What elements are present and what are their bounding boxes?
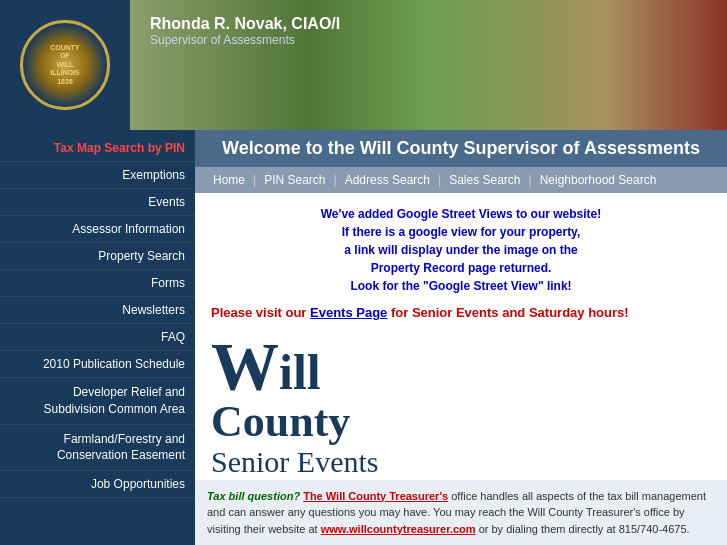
welcome-bar: Welcome to the Will County Supervisor of… xyxy=(195,130,727,167)
nav-bar: Home | PIN Search | Address Search | Sal… xyxy=(195,167,727,193)
sidebar-item-property-search[interactable]: Property Search xyxy=(0,243,195,270)
sidebar-item-tax-map[interactable]: Tax Map Search by PIN xyxy=(0,135,195,162)
google-line5: Look for the "Google Street View" link! xyxy=(211,277,711,295)
county-seal-container: COUNTY OF WILL ILLINOIS 1836 xyxy=(0,0,130,130)
sidebar-item-developer[interactable]: Developer Relief and Subdivision Common … xyxy=(0,378,195,425)
sidebar-item-forms[interactable]: Forms xyxy=(0,270,195,297)
logo-w-cap: W xyxy=(211,328,279,404)
senior-events-logo: Will County Senior Events xyxy=(211,332,711,480)
logo-line2: County xyxy=(211,400,711,444)
tax-question: Tax bill question? xyxy=(207,490,300,502)
county-seal: COUNTY OF WILL ILLINOIS 1836 xyxy=(20,20,110,110)
events-page-link[interactable]: Events Page xyxy=(310,305,387,320)
nav-home[interactable]: Home xyxy=(205,171,253,189)
header: COUNTY OF WILL ILLINOIS 1836 Rhonda R. N… xyxy=(0,0,727,130)
sidebar-item-assessor-info[interactable]: Assessor Information xyxy=(0,216,195,243)
nav-neighborhood-search[interactable]: Neighborhood Search xyxy=(532,171,665,189)
nav-pin-search[interactable]: PIN Search xyxy=(256,171,333,189)
content-body: We've added Google Street Views to our w… xyxy=(195,193,727,480)
sidebar-item-jobs[interactable]: Job Opportunities xyxy=(0,471,195,498)
google-line3: a link will display under the image on t… xyxy=(211,241,711,259)
nav-sales-search[interactable]: Sales Search xyxy=(441,171,528,189)
logo-will-rest: ill xyxy=(279,344,321,400)
nav-address-search[interactable]: Address Search xyxy=(337,171,438,189)
sidebar: Tax Map Search by PIN Exemptions Events … xyxy=(0,130,195,545)
logo-line1: Will xyxy=(211,332,711,400)
sidebar-item-exemptions[interactable]: Exemptions xyxy=(0,162,195,189)
supervisor-name: Rhonda R. Novak, CIAO/I xyxy=(150,15,340,33)
google-line2: If there is a google view for your prope… xyxy=(211,223,711,241)
header-banner: Rhonda R. Novak, CIAO/I Supervisor of As… xyxy=(130,0,727,130)
sidebar-item-faq[interactable]: FAQ xyxy=(0,324,195,351)
welcome-text: Welcome to the Will County Supervisor of… xyxy=(222,138,700,158)
tax-notice: Tax bill question? The Will County Treas… xyxy=(195,480,727,546)
tax-end: or by dialing them directly at 815/740-4… xyxy=(479,523,690,535)
main-layout: Tax Map Search by PIN Exemptions Events … xyxy=(0,130,727,545)
sidebar-item-farmland[interactable]: Farmland/Forestry and Conservation Easem… xyxy=(0,425,195,472)
sidebar-item-publication[interactable]: 2010 Publication Schedule xyxy=(0,351,195,378)
google-notice: We've added Google Street Views to our w… xyxy=(211,205,711,295)
treasurer-link[interactable]: The Will County Treasurer's xyxy=(303,490,448,502)
content-area: Welcome to the Will County Supervisor of… xyxy=(195,130,727,545)
google-line4: Property Record page returned. xyxy=(211,259,711,277)
google-line1: We've added Google Street Views to our w… xyxy=(211,205,711,223)
header-name-box: Rhonda R. Novak, CIAO/I Supervisor of As… xyxy=(150,15,340,47)
supervisor-title: Supervisor of Assessments xyxy=(150,33,340,47)
logo-line3: Senior Events xyxy=(211,444,711,480)
sidebar-item-events[interactable]: Events xyxy=(0,189,195,216)
sidebar-item-newsletters[interactable]: Newsletters xyxy=(0,297,195,324)
seal-text: COUNTY OF WILL ILLINOIS 1836 xyxy=(50,44,80,86)
events-notice: Please visit our Events Page for Senior … xyxy=(211,305,711,320)
treasurer-url[interactable]: www.willcountytreasurer.com xyxy=(321,523,476,535)
